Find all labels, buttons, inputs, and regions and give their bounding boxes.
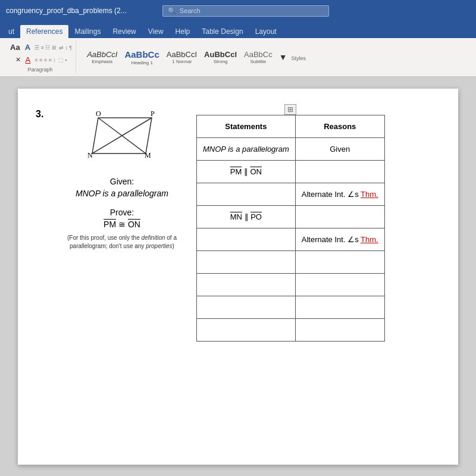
statement-3[interactable] bbox=[197, 183, 296, 206]
reason-3[interactable]: Alternate Int. ∠s Thm. bbox=[295, 183, 384, 206]
clear-fmt-btn[interactable]: ✕ bbox=[14, 55, 23, 65]
search-bar[interactable]: 🔍 Search bbox=[162, 5, 329, 17]
vertex-m: M bbox=[145, 151, 151, 159]
list-icon: ☰ ≡ ☷ ⊞ bbox=[33, 43, 58, 52]
style-strong-label: Strong bbox=[214, 59, 228, 64]
problem-container: 3. O P N M Giv bbox=[36, 109, 440, 342]
style-emphasis[interactable]: AaBbCcI Emphasis bbox=[84, 49, 120, 66]
tab-table-design[interactable]: Table Design bbox=[196, 25, 249, 38]
mn-overline: MN bbox=[230, 212, 242, 221]
col-statements-header: Statements bbox=[197, 115, 296, 138]
po-overline: PO bbox=[250, 212, 262, 221]
ribbon-content: Aa A ☰ ≡ ☷ ⊞ ⇌ ↕ ¶ ✕ A ≡ ≡ ≡ ≡ ↕ ⬚ ▪ Par… bbox=[0, 38, 476, 77]
table-row: MN ∥ PO bbox=[197, 206, 385, 228]
style-normal-preview: AaBbCcI bbox=[167, 50, 197, 60]
table-row: MNOP is a parallelogram Given bbox=[197, 138, 385, 161]
statement-5[interactable] bbox=[197, 228, 296, 251]
align-icon: ≡ ≡ ≡ ≡ ↕ bbox=[33, 56, 57, 64]
proof-table: Statements Reasons MNOP is a parallelogr… bbox=[196, 115, 385, 342]
font-color-btn[interactable]: A bbox=[24, 54, 33, 65]
table-row: PM ∥ ON bbox=[197, 161, 385, 183]
reason-7[interactable] bbox=[295, 274, 384, 296]
style-normal[interactable]: AaBbCcI 1 Normal bbox=[164, 49, 199, 66]
style-normal-label: 1 Normal bbox=[172, 59, 191, 64]
font-size-aa-btn[interactable]: Aa bbox=[8, 42, 22, 53]
parallel-symbol-1: ∥ bbox=[244, 167, 250, 176]
statement-7[interactable] bbox=[197, 274, 296, 296]
move-handle[interactable]: ⊞ bbox=[284, 104, 296, 115]
tab-ut[interactable]: ut bbox=[2, 25, 20, 38]
reason-8[interactable] bbox=[295, 296, 384, 319]
style-subtitle-preview: AaBbCc bbox=[244, 50, 273, 60]
style-subtitle-label: Subtitle bbox=[250, 59, 267, 64]
thm-link-2[interactable]: Thm. bbox=[361, 235, 378, 244]
vertex-n: N bbox=[87, 151, 93, 159]
tab-help[interactable]: Help bbox=[170, 25, 196, 38]
given-equation: MNOP is a parallelogram bbox=[76, 189, 168, 198]
tab-mailings[interactable]: Mailings bbox=[68, 25, 107, 38]
filename: congruency_proof_dba_problems (2... bbox=[6, 7, 127, 15]
tab-layout[interactable]: Layout bbox=[249, 25, 283, 38]
style-heading1-label: Heading 1 bbox=[131, 60, 152, 65]
table-row: Alternate Int. ∠s Thm. bbox=[197, 183, 385, 206]
statement-8[interactable] bbox=[197, 296, 296, 319]
paragraph-label: Paragraph bbox=[28, 67, 53, 73]
title-bar: congruency_proof_dba_problems (2... 🔍 Se… bbox=[0, 0, 476, 21]
ribbon-tabs: ut References Mailings Review View Help … bbox=[0, 21, 476, 38]
font-a-btn[interactable]: A bbox=[23, 42, 32, 53]
statement-9[interactable] bbox=[197, 319, 296, 342]
tab-references[interactable]: References bbox=[20, 25, 68, 38]
doc-area: 3. O P N M Giv bbox=[0, 77, 476, 476]
on-overline: ON bbox=[250, 167, 262, 176]
parallel-symbol-2: ∥ bbox=[245, 212, 251, 221]
tab-review[interactable]: Review bbox=[107, 25, 142, 38]
prove-label: Prove: bbox=[110, 208, 134, 217]
thm-link-1[interactable]: Thm. bbox=[361, 190, 378, 199]
styles-label: Styles bbox=[292, 55, 306, 61]
vertex-o: O bbox=[96, 109, 101, 118]
table-row bbox=[197, 296, 385, 319]
prove-equation: PM ≅ ON bbox=[104, 220, 140, 229]
prove-right: ON bbox=[128, 220, 140, 229]
table-row bbox=[197, 274, 385, 296]
style-subtitle[interactable]: AaBbCc Subtitle bbox=[242, 49, 275, 66]
style-emphasis-label: Emphasis bbox=[92, 59, 112, 64]
prove-congruent: ≅ bbox=[118, 220, 128, 229]
indent-icon: ⇌ ↕ ¶ bbox=[59, 45, 72, 51]
table-row: Alternate Int. ∠s Thm. bbox=[197, 228, 385, 251]
statement-4[interactable]: MN ∥ PO bbox=[197, 206, 296, 228]
reason-5[interactable]: Alternate Int. ∠s Thm. bbox=[295, 228, 384, 251]
styles-group: AaBbCcI Emphasis AaBbCc Heading 1 AaBbCc… bbox=[79, 47, 309, 68]
col-reasons-header: Reasons bbox=[295, 115, 384, 138]
style-strong-preview: AuBbCcl bbox=[204, 50, 237, 60]
style-heading1-preview: AaBbCc bbox=[124, 49, 159, 60]
statement-1[interactable]: MNOP is a parallelogram bbox=[197, 138, 296, 161]
reason-9[interactable] bbox=[295, 319, 384, 342]
style-strong[interactable]: AuBbCcl Strong bbox=[202, 49, 239, 66]
reason-6[interactable] bbox=[295, 251, 384, 274]
search-placeholder: Search bbox=[180, 7, 201, 14]
statement-6[interactable] bbox=[197, 251, 296, 274]
search-icon: 🔍 bbox=[168, 7, 176, 15]
reason-4[interactable] bbox=[295, 206, 384, 228]
style-emphasis-preview: AaBbCcI bbox=[87, 50, 117, 60]
font-group: Aa A ☰ ≡ ☷ ⊞ ⇌ ↕ ¶ ✕ A ≡ ≡ ≡ ≡ ↕ ⬚ ▪ Par… bbox=[5, 40, 76, 74]
vertex-p: P bbox=[151, 109, 155, 118]
doc-page: 3. O P N M Giv bbox=[18, 89, 458, 465]
prove-left: PM bbox=[104, 220, 116, 229]
left-side: O P N M Given: MNOP is a parallelogram P… bbox=[60, 109, 184, 342]
border-icon: ⬚ ▪ bbox=[58, 57, 67, 63]
statement-2[interactable]: PM ∥ ON bbox=[197, 161, 296, 183]
table-wrapper: ⊞ Statements Reasons MNOP is a parallelo… bbox=[196, 115, 385, 342]
reason-1[interactable]: Given bbox=[295, 138, 384, 161]
styles-scroll-btn[interactable]: ▼ bbox=[277, 51, 289, 63]
given-label: Given: bbox=[110, 177, 134, 186]
style-heading1[interactable]: AaBbCc Heading 1 bbox=[122, 48, 161, 67]
reason-2[interactable] bbox=[295, 161, 384, 183]
table-row bbox=[197, 319, 385, 342]
table-row bbox=[197, 251, 385, 274]
shape-container: O P N M bbox=[74, 109, 170, 171]
footnote: (For this proof, use only the definition… bbox=[65, 234, 178, 250]
parallelogram-svg: O P N M bbox=[74, 109, 170, 168]
tab-view[interactable]: View bbox=[142, 25, 170, 38]
